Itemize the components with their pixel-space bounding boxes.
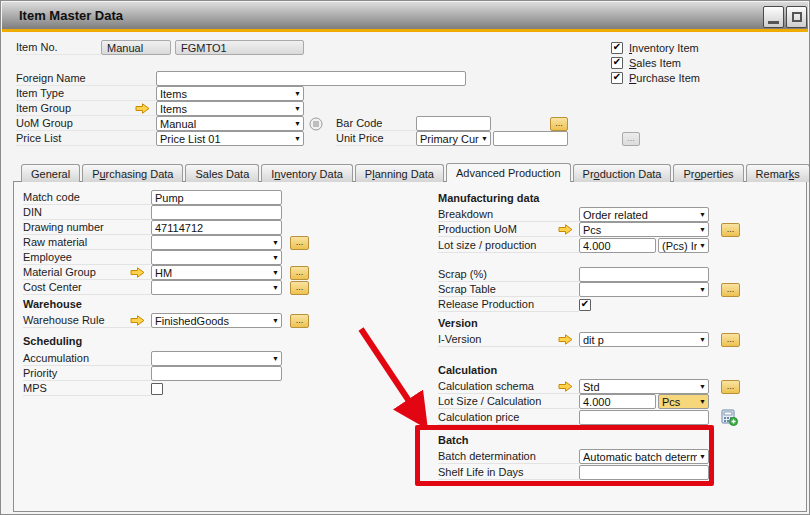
employee-row: Employee ▼: [23, 250, 323, 265]
i-version-browse-button[interactable]: ...: [721, 333, 740, 347]
raw-material-dropdown[interactable]: ▼: [151, 235, 282, 250]
release-production-checkbox[interactable]: ✔: [579, 299, 591, 311]
purchase-item-label: Purchase Item: [629, 72, 700, 84]
material-group-row: Material Group HM ▼ ...: [23, 265, 323, 280]
warehouse-rule-browse-button[interactable]: ...: [290, 314, 309, 328]
chevron-down-icon: ▼: [294, 120, 301, 127]
scrap-pct-input[interactable]: [579, 267, 709, 282]
maximize-button[interactable]: [786, 6, 807, 28]
material-group-browse-button[interactable]: ...: [290, 266, 309, 280]
item-group-row: Item Group Items ▼: [16, 101, 304, 116]
material-group-dropdown[interactable]: HM ▼: [151, 265, 282, 280]
inventory-item-checkbox[interactable]: ✔: [611, 42, 623, 54]
price-list-dropdown[interactable]: Price List 01 ▼: [156, 131, 304, 146]
lot-size-calculation-uom-value: Pcs: [662, 396, 697, 408]
price-list-row: Price List Price List 01 ▼: [16, 131, 304, 146]
uom-group-definition-icon[interactable]: [309, 117, 323, 131]
drawing-number-input[interactable]: [151, 220, 282, 235]
batch-section-header: Batch: [438, 434, 469, 446]
release-production-label: Release Production: [438, 298, 579, 310]
production-uom-dropdown[interactable]: Pcs ▼: [579, 222, 709, 237]
unit-price-currency-value: Primary Curre: [420, 133, 479, 145]
foreign-name-input[interactable]: [156, 71, 466, 86]
lot-size-calculation-uom-dropdown[interactable]: Pcs ▼: [658, 394, 709, 409]
link-arrow-icon[interactable]: [130, 267, 145, 278]
link-arrow-icon[interactable]: [558, 334, 573, 345]
tab-planning-data[interactable]: Planning Data: [355, 164, 444, 182]
scrap-table-browse-button[interactable]: ...: [721, 283, 740, 297]
warehouse-rule-row: Warehouse Rule FinishedGoods ▼ ...: [23, 313, 323, 328]
item-no-value-box[interactable]: FGMTO1: [175, 40, 304, 55]
warehouse-rule-dropdown[interactable]: FinishedGoods ▼: [151, 313, 282, 328]
tab-general[interactable]: General: [21, 164, 80, 182]
calculation-price-row: Calculation price: [438, 410, 750, 425]
mps-checkbox[interactable]: [151, 383, 163, 395]
calculation-section-header: Calculation: [438, 364, 497, 376]
link-arrow-icon[interactable]: [130, 315, 145, 326]
item-group-label: Item Group: [16, 101, 156, 116]
cost-center-browse-button[interactable]: ...: [290, 281, 309, 295]
tab-purchasing-data[interactable]: Purchasing Data: [82, 164, 183, 182]
window-titlebar: Item Master Data: [2, 2, 808, 29]
link-arrow-icon[interactable]: [558, 381, 573, 392]
chevron-down-icon: ▼: [699, 336, 706, 343]
item-type-dropdown[interactable]: Items ▼: [156, 86, 304, 101]
tab-sales-data[interactable]: Sales Data: [185, 164, 259, 182]
production-uom-row: Production UoM Pcs ▼ ...: [438, 222, 750, 237]
unit-price-label: Unit Price: [336, 131, 416, 146]
lot-size-calculation-input[interactable]: [579, 394, 656, 409]
employee-dropdown[interactable]: ▼: [151, 250, 282, 265]
item-no-mode-box[interactable]: Manual: [101, 40, 171, 55]
bar-code-input[interactable]: [416, 116, 491, 131]
chevron-down-icon: ▼: [699, 453, 706, 460]
tab-advanced-production[interactable]: Advanced Production: [446, 163, 571, 182]
unit-price-input[interactable]: [493, 131, 568, 146]
breakdown-dropdown[interactable]: Order related ▼: [579, 207, 709, 222]
priority-input[interactable]: [151, 366, 282, 381]
tab-properties[interactable]: Properties: [673, 164, 743, 182]
lot-size-production-input[interactable]: [579, 238, 656, 253]
priority-row: Priority: [23, 366, 323, 381]
tab-remarks[interactable]: Remarks: [746, 164, 810, 182]
din-input[interactable]: [151, 205, 282, 220]
minimize-button[interactable]: [763, 6, 784, 28]
calculation-schema-browse-button[interactable]: ...: [721, 380, 740, 394]
scrap-table-row: Scrap Table ▼ ...: [438, 282, 750, 297]
tab-inventory-data[interactable]: Inventory Data: [261, 164, 353, 182]
lot-size-calculation-label: Lot Size / Calculation: [438, 395, 579, 407]
unit-price-currency-dropdown[interactable]: Primary Curre ▼: [416, 131, 491, 146]
tab-production-data[interactable]: Production Data: [573, 164, 672, 182]
accumulation-row: Accumulation ▼: [23, 351, 323, 366]
bar-code-browse-button[interactable]: ...: [550, 117, 568, 131]
shelf-life-input[interactable]: [579, 465, 709, 480]
production-uom-browse-button[interactable]: ...: [721, 223, 740, 237]
scrap-table-dropdown[interactable]: ▼: [579, 282, 709, 297]
raw-material-browse-button[interactable]: ...: [290, 236, 309, 250]
lot-size-production-uom-dropdown[interactable]: (Pcs) Inve ▼: [658, 238, 709, 253]
item-group-dropdown[interactable]: Items ▼: [156, 101, 304, 116]
link-arrow-icon[interactable]: [135, 103, 150, 114]
link-arrow-icon[interactable]: [558, 224, 573, 235]
chevron-down-icon: ▼: [272, 254, 279, 261]
chevron-down-icon: ▼: [272, 317, 279, 324]
calculation-schema-value: Std: [583, 381, 697, 393]
checkmark-icon: ✔: [613, 57, 621, 67]
match-code-input[interactable]: [151, 190, 282, 205]
calculation-schema-dropdown[interactable]: Std ▼: [579, 379, 709, 394]
employee-label: Employee: [23, 251, 151, 263]
accumulation-dropdown[interactable]: ▼: [151, 351, 282, 366]
calculation-price-input[interactable]: [579, 410, 709, 425]
chevron-down-icon: ▼: [699, 286, 706, 293]
calculator-icon[interactable]: [721, 409, 738, 426]
uom-group-dropdown[interactable]: Manual ▼: [156, 116, 304, 131]
item-no-row: Item No. Manual FGMTO1: [16, 40, 304, 55]
chevron-down-icon: ▼: [294, 90, 301, 97]
chevron-down-icon: ▼: [699, 211, 706, 218]
unit-price-browse-button[interactable]: ...: [622, 132, 640, 146]
batch-determination-dropdown[interactable]: Automatic batch determina ▼: [579, 449, 709, 464]
foreign-name-row: Foreign Name: [16, 71, 466, 86]
i-version-dropdown[interactable]: dit p ▼: [579, 332, 709, 347]
purchase-item-checkbox[interactable]: ✔: [611, 72, 623, 84]
cost-center-dropdown[interactable]: ▼: [151, 280, 282, 295]
sales-item-checkbox[interactable]: ✔: [611, 57, 623, 69]
